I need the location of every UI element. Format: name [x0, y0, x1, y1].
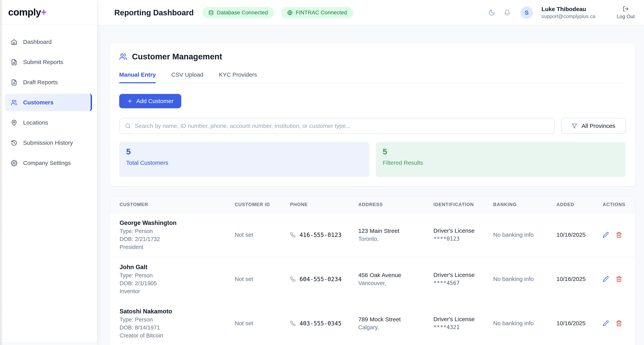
- database-icon: [208, 10, 214, 15]
- bell-icon[interactable]: [504, 9, 510, 16]
- customer-table-card: CUSTOMER CUSTOMER ID PHONE ADDRESS IDENT…: [110, 196, 635, 345]
- stat-value: 5: [126, 147, 362, 156]
- tab-manual-entry[interactable]: Manual Entry: [119, 72, 156, 83]
- sidebar-item-locations[interactable]: Locations: [5, 114, 92, 131]
- customer-id-cell: Not set: [235, 257, 290, 301]
- sidebar-item-label: Draft Reports: [23, 79, 58, 86]
- table-header-row: CUSTOMER CUSTOMER ID PHONE ADDRESS IDENT…: [110, 196, 635, 213]
- added-cell: 10/16/2025: [556, 257, 603, 301]
- address-cell: 456 Oak Avenue Vancouver,: [358, 257, 434, 301]
- customer-name: Satoshi Nakamoto: [120, 307, 232, 316]
- table-row: Satoshi Nakamoto Type: Person DOB: 8/14/…: [110, 301, 635, 345]
- customer-dob: DOB: 2/21/1732: [120, 235, 232, 243]
- address-cell: 123 Main Street Toronto,: [358, 213, 434, 257]
- user-info: Luke Thibodeau support@complyplus.ca: [542, 6, 596, 20]
- stat-value: 5: [383, 147, 619, 156]
- delete-trash-icon[interactable]: [616, 232, 622, 238]
- sidebar-item-label: Locations: [23, 119, 48, 126]
- sidebar-item-submit-reports[interactable]: Submit Reports: [5, 53, 92, 71]
- table-row: John Galt Type: Person DOB: 2/1/1905 Inv…: [110, 257, 635, 301]
- card-title: Customer Management: [132, 52, 222, 61]
- sidebar-nav: Dashboard Submit Reports Draft Reports C…: [0, 25, 97, 174]
- col-header-identification: IDENTIFICATION: [434, 196, 493, 213]
- address-line2: Calgary,: [358, 324, 430, 331]
- table-row: George Washington Type: Person DOB: 2/21…: [110, 213, 635, 257]
- banking-cell: No banking info: [493, 257, 556, 301]
- customer-id-cell: Not set: [235, 213, 290, 257]
- col-header-customer-id: CUSTOMER ID: [235, 196, 290, 213]
- customer-search-input[interactable]: [135, 123, 549, 129]
- filtered-results-stat: 5 Filtered Results: [376, 142, 626, 177]
- edit-pencil-icon[interactable]: [603, 232, 609, 238]
- sidebar-item-dashboard[interactable]: Dashboard: [5, 33, 92, 51]
- database-connected-badge: Database Connected: [202, 7, 274, 18]
- badge-label: Database Connected: [217, 10, 268, 16]
- actions-cell: [603, 257, 635, 301]
- logout-button[interactable]: Log Out: [617, 6, 635, 20]
- customer-dob: DOB: 2/1/1905: [120, 280, 232, 287]
- sidebar-item-label: Customers: [23, 99, 54, 106]
- main-area: Reporting Dashboard Database Connected F…: [97, 0, 644, 345]
- phone-icon: [290, 276, 296, 282]
- badge-label: FINTRAC Connected: [296, 10, 347, 16]
- page-title: Reporting Dashboard: [114, 8, 194, 17]
- customer-table: CUSTOMER CUSTOMER ID PHONE ADDRESS IDENT…: [110, 196, 635, 345]
- delete-trash-icon[interactable]: [616, 320, 622, 326]
- map-pin-icon: [11, 120, 17, 126]
- edit-pencil-icon[interactable]: [603, 320, 609, 326]
- sidebar-item-submission-history[interactable]: Submission History: [5, 134, 92, 152]
- customer-role: Creator of Bitcoin: [120, 332, 232, 340]
- address-line1: 123 Main Street: [358, 227, 430, 235]
- sidebar: comply+ Dashboard Submit Reports Draft R…: [0, 0, 97, 345]
- customer-id-cell: Not set: [235, 301, 290, 345]
- search-box: [119, 118, 555, 134]
- plus-icon: [127, 98, 133, 104]
- edit-pencil-icon[interactable]: [603, 276, 609, 282]
- avatar[interactable]: S: [520, 6, 533, 19]
- tab-csv-upload[interactable]: CSV Upload: [171, 72, 203, 83]
- customer-type: Type: Person: [120, 272, 232, 280]
- file-plus-icon: [11, 79, 17, 86]
- address-cell: 789 Mock Street Calgary,: [358, 301, 434, 345]
- phone-number: 604-555-0234: [300, 276, 342, 282]
- customer-management-card: Customer Management Manual Entry CSV Upl…: [110, 42, 635, 186]
- logo: comply+: [0, 0, 97, 25]
- col-header-banking: BANKING: [493, 196, 556, 213]
- logo-plus: +: [41, 7, 46, 18]
- content: Customer Management Manual Entry CSV Upl…: [97, 26, 644, 345]
- sidebar-footer: [0, 342, 97, 345]
- customer-role: Inventor: [120, 287, 232, 295]
- col-header-actions: ACTIONS: [603, 196, 635, 213]
- id-type: Driver's License: [434, 227, 490, 235]
- actions-cell: [603, 301, 635, 345]
- phone-number: 416-555-0123: [300, 232, 342, 238]
- logo-text: comply: [8, 7, 41, 18]
- delete-trash-icon[interactable]: [616, 276, 622, 282]
- stats-row: 5 Total Customers 5 Filtered Results: [119, 142, 626, 177]
- province-filter-dropdown[interactable]: All Provinces: [561, 118, 626, 134]
- phone-cell: 416-555-0123: [290, 213, 358, 257]
- dark-mode-moon-icon[interactable]: [488, 9, 495, 16]
- home-icon: [11, 39, 17, 45]
- sidebar-item-customers[interactable]: Customers: [5, 94, 92, 111]
- phone-icon: [290, 320, 296, 326]
- users-icon: [119, 53, 127, 60]
- address-line2: Vancouver,: [358, 279, 430, 287]
- added-cell: 10/16/2025: [556, 213, 603, 257]
- col-header-phone: PHONE: [290, 196, 358, 213]
- id-number: ****4567: [434, 279, 490, 287]
- search-icon: [125, 123, 131, 129]
- sidebar-item-label: Dashboard: [23, 38, 52, 45]
- add-customer-button[interactable]: Add Customer: [119, 94, 181, 108]
- address-line1: 789 Mock Street: [358, 315, 430, 324]
- sidebar-item-draft-reports[interactable]: Draft Reports: [5, 74, 92, 91]
- customer-cell: George Washington Type: Person DOB: 2/21…: [110, 213, 235, 257]
- customer-dob: DOB: 8/14/1971: [120, 324, 232, 332]
- tab-kyc-providers[interactable]: KYC Providers: [219, 72, 257, 83]
- sidebar-item-label: Submission History: [23, 140, 73, 146]
- sidebar-item-label: Submit Reports: [23, 59, 63, 66]
- stat-label: Filtered Results: [383, 160, 619, 166]
- logout-icon: [623, 6, 629, 12]
- sidebar-item-company-settings[interactable]: Company Settings: [5, 154, 92, 172]
- id-type: Driver's License: [434, 315, 490, 323]
